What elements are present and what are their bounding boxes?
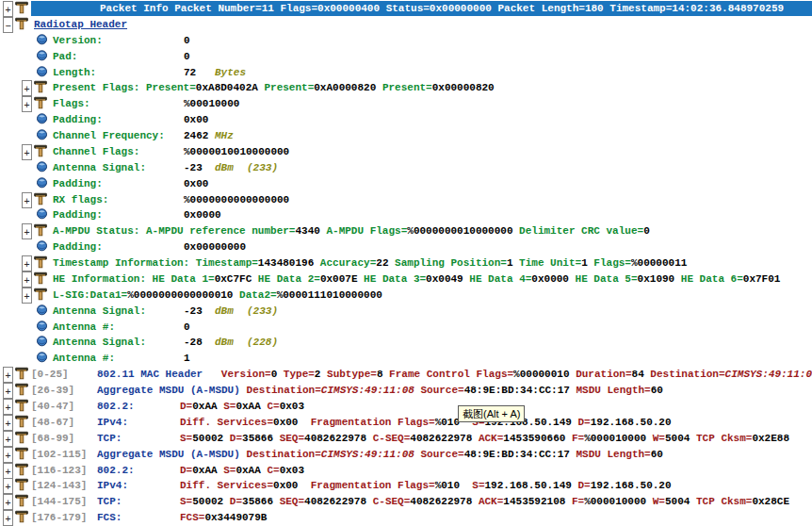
row-radiotap-header[interactable]: −Radiotap Header	[0, 17, 812, 33]
row-llc-2[interactable]: +[116-123]802.2:D=0xAA S=0xAA C=0x03	[0, 463, 812, 479]
protocol-name: FCS:	[97, 510, 122, 526]
protocol-summary: Diff. Services=0x00 Fragmentation Flags=…	[180, 415, 672, 431]
summary-segment: D=	[572, 417, 591, 428]
summary-segment: HE Data 2=	[252, 273, 320, 285]
decoder-branch-icon	[15, 478, 28, 494]
expander-icon[interactable]: +	[22, 192, 32, 208]
summary-segment: HE Data 4=	[463, 273, 532, 285]
summary-segment: D=	[572, 480, 591, 491]
field-value: %00010000	[184, 96, 239, 112]
decoder-branch-icon	[34, 144, 47, 160]
row-pad[interactable]: Pad:0	[0, 49, 812, 65]
field-value-icon	[36, 351, 49, 367]
decoder-branch-icon	[15, 447, 28, 463]
summary-segment: %00000011	[631, 257, 687, 269]
summary-segment: A-MPDU Flags=	[320, 225, 407, 237]
byte-range: [102-115]	[31, 447, 87, 463]
summary-segment: Accuracy=	[314, 257, 376, 269]
row-version[interactable]: Version:0	[0, 33, 812, 49]
summary-segment: CIMSYS:49:11:08	[321, 385, 414, 396]
row-packet-info[interactable]: +Packet Info Packet Number=11 Flags=0x00…	[0, 1, 812, 17]
row-timestamp-information[interactable]: +Timestamp Information: Timestamp=143480…	[0, 255, 812, 271]
summary-segment: 0xAA	[235, 401, 260, 412]
row-padding-2[interactable]: Padding:0x00	[0, 176, 812, 192]
field-label: Padding:	[53, 112, 103, 128]
row-antenna-signal-2[interactable]: Antenna Signal:-23dBm(233)	[0, 304, 812, 320]
expander-icon[interactable]: +	[22, 223, 32, 239]
protocol-summary: Version=0 Type=2 Subtype=8 Frame Control…	[203, 367, 812, 383]
row-tcp-2[interactable]: +[144-175]TCP:S=50002 D=35866 SEQ=408262…	[0, 494, 812, 510]
summary-segment: D=	[180, 401, 192, 412]
row-rx-flags[interactable]: +RX flags:%0000000000000000	[0, 192, 812, 208]
summary-segment: 1453592108	[503, 496, 565, 507]
summary-segment: C=	[261, 465, 280, 476]
expander-icon[interactable]: +	[3, 1, 13, 17]
row-ampdu-status[interactable]: +A-MPDU Status: A-MPDU reference number=…	[0, 223, 812, 239]
summary-segment: S=	[460, 480, 484, 491]
summary-segment: 48:9E:BD:34:CC:17	[464, 449, 570, 460]
summary-segment: 50002	[192, 433, 223, 444]
expander-icon[interactable]: +	[3, 478, 13, 494]
expander-icon[interactable]: +	[22, 96, 32, 112]
row-l-sig[interactable]: +L-SIG:Data1=%0000000000000010 Data2=%00…	[0, 288, 812, 304]
row-he-information[interactable]: +HE Information: HE Data 1=0xC7FC HE Dat…	[0, 271, 812, 288]
row-present-flags[interactable]: +Present Flags: Present=0xA8D0402A Prese…	[0, 80, 812, 96]
expander-icon[interactable]: +	[3, 415, 13, 431]
summary-segment: SEQ=	[273, 433, 304, 444]
packet-info-text: Packet Info Packet Number=11 Flags=0x000…	[100, 1, 784, 17]
row-ipv4-1[interactable]: +[48-67]IPv4:Diff. Services=0x00 Fragmen…	[0, 415, 812, 431]
decoder-branch-icon	[34, 192, 47, 208]
field-summary: Present Flags: Present=0xA8D0402A Presen…	[53, 80, 495, 96]
row-mac-header[interactable]: +[0-25]802.11 MAC Header Version=0 Type=…	[0, 367, 812, 383]
expander-icon[interactable]: +	[3, 447, 13, 463]
row-amsdu-1[interactable]: +[26-39]Aggregate MSDU (A-MSDU) Destinat…	[0, 383, 812, 399]
expander-icon[interactable]: +	[3, 431, 13, 447]
row-antenna-num-2[interactable]: Antenna #:1	[0, 351, 812, 367]
protocol-summary: S=50002 D=35866 SEQ=4082622978 C-SEQ=408…	[180, 431, 789, 447]
field-value: -23	[184, 304, 203, 320]
summary-segment: 0x03	[280, 465, 304, 476]
row-ipv4-2[interactable]: +[124-143]IPv4:Diff. Services=0x00 Fragm…	[0, 478, 812, 494]
row-length[interactable]: Length:72Bytes	[0, 65, 812, 81]
summary-segment: 4082622978	[410, 433, 472, 444]
summary-segment: Destination=	[240, 449, 321, 460]
row-padding-1[interactable]: Padding:0x00	[0, 112, 812, 128]
row-amsdu-2[interactable]: +[102-115]Aggregate MSDU (A-MSDU) Destin…	[0, 447, 812, 463]
row-tcp-1[interactable]: +[68-99]TCP:S=50002 D=35866 SEQ=40826229…	[0, 431, 812, 447]
summary-segment: Diff. Services=	[180, 480, 273, 491]
row-padding-3[interactable]: Padding:0x0000	[0, 207, 812, 223]
summary-segment: Source=	[414, 385, 464, 396]
row-antenna-signal-3[interactable]: Antenna Signal:-28dBm(228)	[0, 335, 812, 351]
expander-icon[interactable]: +	[22, 271, 32, 288]
summary-segment: 0xAA	[235, 465, 260, 476]
byte-range: [68-99]	[31, 431, 74, 447]
expander-icon[interactable]: +	[3, 383, 13, 399]
summary-segment: D=	[223, 433, 242, 444]
row-flags[interactable]: +Flags:%00010000	[0, 96, 812, 112]
field-summary: A-MPDU Status: A-MPDU reference number=4…	[53, 223, 650, 239]
expander-icon[interactable]: +	[3, 510, 13, 526]
row-channel-frequency[interactable]: Channel Frequency:2462MHz	[0, 128, 812, 144]
summary-segment: S=	[218, 465, 236, 476]
expander-icon[interactable]: +	[3, 367, 13, 383]
expander-icon[interactable]: +	[3, 494, 13, 510]
summary-segment: Present Flags: Present=	[53, 82, 196, 93]
field-label: Padding:	[53, 207, 103, 223]
row-llc-1[interactable]: +[40-47]802.2:D=0xAA S=0xAA C=0x03	[0, 399, 812, 415]
row-antenna-num-1[interactable]: Antenna #:0	[0, 320, 812, 336]
row-padding-4[interactable]: Padding:0x00000000	[0, 239, 812, 255]
row-fcs[interactable]: +[176-179]FCS:FCS=0x3449079B	[0, 510, 812, 526]
expander-icon[interactable]: +	[3, 463, 13, 479]
expander-icon[interactable]: +	[22, 255, 32, 271]
expander-icon[interactable]: −	[3, 17, 13, 33]
row-channel-flags[interactable]: +Channel Flags:%0000010010000000	[0, 144, 812, 160]
summary-segment: 0x3449079B	[204, 512, 267, 523]
expander-icon[interactable]: +	[22, 80, 32, 96]
expander-icon[interactable]: +	[22, 144, 32, 160]
field-label: Channel Frequency:	[53, 128, 165, 144]
expander-icon[interactable]: +	[3, 399, 13, 415]
summary-segment: 0xAA	[192, 465, 217, 476]
row-antenna-signal-1[interactable]: Antenna Signal:-23dBm(233)	[0, 160, 812, 176]
expander-icon[interactable]: +	[22, 288, 32, 304]
summary-segment: TCP Cksm=	[690, 496, 752, 507]
